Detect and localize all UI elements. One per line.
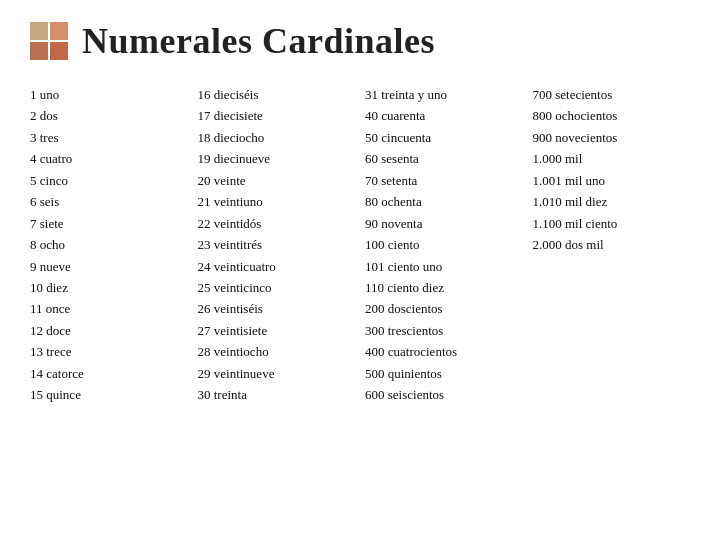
- column-1: 1 uno 2 dos 3 tres 4 cuatro 5 cinco 6 se…: [30, 84, 188, 406]
- page-title: Numerales Cardinales: [82, 20, 435, 62]
- color-block-br: [50, 42, 68, 60]
- page: Numerales Cardinales 1 uno 2 dos 3 tres …: [0, 0, 720, 540]
- column-2: 16 dieciséis 17 diecisiete 18 dieciocho …: [198, 84, 356, 406]
- content-grid: 1 uno 2 dos 3 tres 4 cuatro 5 cinco 6 se…: [30, 84, 690, 406]
- color-block-tl: [30, 22, 48, 40]
- column-3: 31 treinta y uno 40 cuarenta 50 cincuent…: [365, 84, 523, 406]
- color-blocks-decoration: [30, 22, 68, 60]
- color-block-tr: [50, 22, 68, 40]
- header-area: Numerales Cardinales: [30, 20, 690, 62]
- column-4: 700 setecientos 800 ochocientos 900 nove…: [533, 84, 691, 406]
- color-block-bl: [30, 42, 48, 60]
